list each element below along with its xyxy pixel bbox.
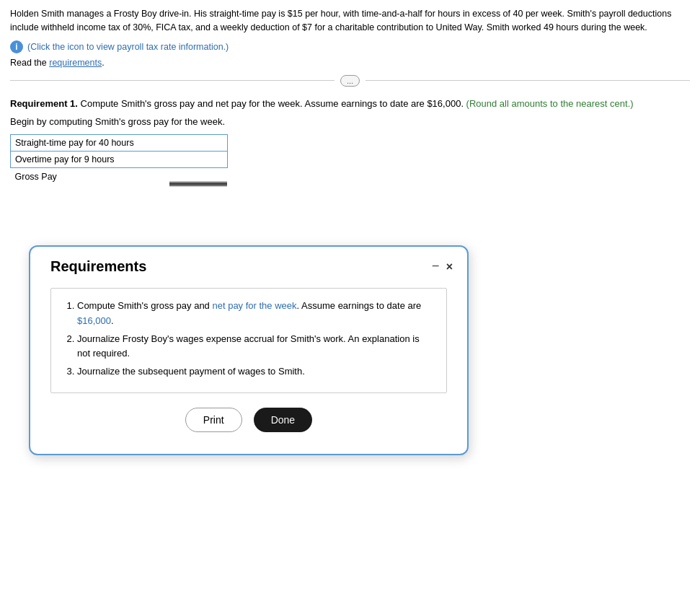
modal-footer: Print Done	[30, 408, 467, 432]
modal-minimize-button[interactable]: –	[433, 260, 439, 274]
list-item: Journalize the subsequent payment of wag…	[77, 364, 435, 380]
print-button[interactable]: Print	[185, 408, 242, 432]
read-req-prefix: Read the	[10, 58, 49, 68]
req1-text-normal: Compute Smith's gross pay and	[77, 300, 212, 311]
req-note: (Round all amounts to the nearest cent.)	[464, 98, 634, 109]
divider-left	[10, 80, 335, 81]
overtime-input-cell	[169, 152, 228, 168]
info-text: (Click the icon to view payroll tax rate…	[27, 42, 229, 52]
requirements-modal: Requirements – × Compute Smith's gross p…	[29, 245, 469, 455]
modal-title: Requirements	[50, 258, 146, 275]
gross-pay-label: Gross Pay	[11, 168, 169, 185]
sub-instruction: Begin by computing Smith's gross pay for…	[10, 116, 690, 127]
overtime-label: Overtime pay for 9 hours	[11, 152, 169, 168]
modal-header: Requirements – ×	[30, 247, 467, 281]
straight-time-input-cell	[169, 135, 228, 152]
modal-body: Compute Smith's gross pay and net pay fo…	[50, 288, 447, 393]
read-requirements-row: Read the requirements.	[10, 58, 690, 68]
req1-text-end: .	[111, 315, 114, 326]
req1-text-teal: net pay for the week	[212, 300, 296, 311]
straight-time-label: Straight-time pay for 40 hours	[11, 135, 169, 152]
overtime-input[interactable]	[169, 152, 227, 167]
straight-time-input[interactable]	[169, 135, 227, 151]
gross-pay-input-cell	[169, 168, 228, 185]
modal-controls: – ×	[433, 260, 453, 274]
req-label: Requirement 1.	[10, 98, 78, 109]
read-req-suffix: .	[102, 58, 104, 68]
requirements-list: Compute Smith's gross pay and net pay fo…	[63, 299, 435, 380]
req1-text-green: $16,000	[77, 315, 111, 326]
divider-right	[365, 80, 690, 81]
list-item: Journalize Frosty Boy's wages expense ac…	[77, 332, 435, 362]
intro-paragraph: Holden Smith manages a Frosty Boy drive-…	[10, 7, 690, 35]
gross-pay-row: Gross Pay	[11, 168, 228, 185]
list-item: Compute Smith's gross pay and net pay fo…	[77, 299, 435, 329]
info-icon[interactable]: i	[10, 40, 23, 53]
req2-text: Journalize Frosty Boy's wages expense ac…	[77, 333, 420, 359]
table-row: Overtime pay for 9 hours	[11, 152, 228, 168]
requirement-1-title: Requirement 1. Compute Smith's gross pay…	[10, 97, 690, 111]
modal-close-button[interactable]: ×	[446, 260, 453, 273]
gross-pay-table: Straight-time pay for 40 hours Overtime …	[10, 134, 228, 186]
req1-text-after: . Assume earnings to date are	[297, 300, 422, 311]
divider-button[interactable]: ...	[340, 75, 360, 87]
gross-pay-input[interactable]	[169, 168, 227, 184]
table-row: Straight-time pay for 40 hours	[11, 135, 228, 152]
divider-row: ...	[10, 75, 690, 87]
done-button[interactable]: Done	[254, 408, 312, 432]
req-text: Compute Smith's gross pay and net pay fo…	[78, 98, 464, 109]
req3-text: Journalize the subsequent payment of wag…	[77, 366, 305, 377]
requirements-link[interactable]: requirements	[49, 58, 102, 68]
